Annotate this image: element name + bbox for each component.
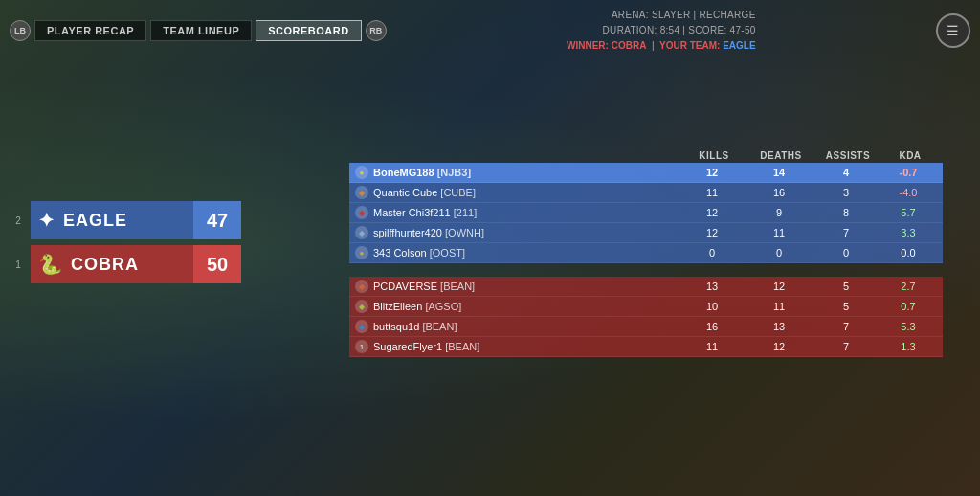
player-assists: 8: [813, 207, 880, 218]
player-assists: 7: [813, 341, 880, 352]
eagle-scoreboard-section: ● BoneMG188 [NJB3] 12 14 4 -0.7 ◆ Quanti…: [349, 163, 943, 263]
player-kills: 0: [679, 247, 746, 259]
rb-button[interactable]: RB: [366, 20, 387, 41]
team-panels: 2 ✦ EAGLE 47 1 🐍 COBRA 50: [10, 201, 241, 283]
player-gamertag: spilffhunter420 [OWNH]: [373, 227, 484, 238]
cobra-team-row: 1 🐍 COBRA 50: [10, 245, 241, 283]
lb-button[interactable]: LB: [10, 20, 31, 41]
player-icon: ●: [355, 246, 368, 259]
player-kda: -4.0: [880, 187, 937, 198]
player-kills: 12: [679, 207, 746, 218]
your-team-name: EAGLE: [723, 40, 755, 51]
winner-name: COBRA: [612, 40, 647, 51]
header-kills: KILLS: [680, 150, 747, 161]
cobra-score: 50: [193, 245, 241, 283]
player-gamertag: Quantic Cube [CUBE]: [373, 187, 476, 198]
eagle-player-row: ◆ Quantic Cube [CUBE] 11 16 3 -4.0: [349, 183, 943, 203]
player-deaths: 9: [746, 207, 813, 218]
top-navigation: LB PLAYER RECAP TEAM LINEUP SCOREBOARD R…: [0, 8, 980, 54]
player-assists: 0: [813, 247, 880, 259]
player-name: ◆ PCDAVERSE [BEAN]: [355, 280, 679, 293]
player-assists: 7: [813, 321, 880, 332]
player-name: ◆ BlitzEileen [AGSO]: [355, 300, 679, 313]
player-name: ● 343 Colson [OOST]: [355, 246, 679, 259]
eagle-team-name-box: ✦ EAGLE: [31, 201, 193, 239]
cobra-icon: 🐍: [38, 253, 63, 276]
player-icon: 1: [355, 340, 368, 353]
player-kills: 11: [679, 187, 746, 198]
player-assists: 7: [813, 227, 880, 238]
arena-info: ARENA: SLAYER | RECHARGE: [567, 8, 756, 23]
cobra-rank: 1: [10, 259, 27, 270]
player-gamertag: buttsqu1d [BEAN]: [373, 321, 457, 332]
player-kda: 0.7: [880, 301, 937, 312]
player-gamertag: Master Chi3f211 [211]: [373, 207, 477, 218]
player-name: ◆ Master Chi3f211 [211]: [355, 206, 679, 219]
player-name: 1 SugaredFlyer1 [BEAN]: [355, 340, 679, 353]
player-kda: 5.7: [880, 207, 937, 218]
player-icon: ●: [355, 166, 368, 179]
player-name: ◆ Quantic Cube [CUBE]: [355, 186, 679, 199]
cobra-team-name-box: 🐍 COBRA: [31, 245, 193, 283]
player-deaths: 11: [746, 227, 813, 238]
player-kda: 0.0: [880, 247, 937, 259]
cobra-player-row: ◆ PCDAVERSE [BEAN] 13 12 5 2.7: [349, 277, 943, 297]
player-kills: 16: [679, 321, 746, 332]
eagle-player-row: ● 343 Colson [OOST] 0 0 0 0.0: [349, 243, 943, 263]
player-kda: -0.7: [880, 167, 937, 178]
player-deaths: 16: [746, 187, 813, 198]
player-kills: 12: [679, 227, 746, 238]
scoreboard: KILLS DEATHS ASSISTS KDA ● BoneMG188 [NJ…: [349, 148, 943, 365]
nav-left: LB PLAYER RECAP TEAM LINEUP SCOREBOARD R…: [10, 20, 387, 41]
header-kda: KDA: [881, 150, 939, 161]
player-icon: ◆: [355, 186, 368, 199]
player-kills: 12: [679, 167, 746, 178]
eagle-player-row: ◆ spilffhunter420 [OWNH] 12 11 7 3.3: [349, 223, 943, 243]
cobra-scoreboard-section: ◆ PCDAVERSE [BEAN] 13 12 5 2.7 ◆ BlitzEi…: [349, 277, 943, 357]
eagle-player-row: ◆ Master Chi3f211 [211] 12 9 8 5.7: [349, 203, 943, 223]
player-gamertag: BlitzEileen [AGSO]: [373, 301, 461, 312]
duration-score: DURATION: 8:54 | SCORE: 47-50: [567, 23, 756, 38]
player-name: ◆ buttsqu1d [BEAN]: [355, 320, 679, 333]
player-deaths: 11: [746, 301, 813, 312]
player-icon: ◆: [355, 300, 368, 313]
tab-player-recap[interactable]: PLAYER RECAP: [34, 20, 146, 41]
player-deaths: 12: [746, 341, 813, 352]
player-kda: 3.3: [880, 227, 937, 238]
eagle-icon: ✦: [38, 209, 56, 232]
match-info: ARENA: SLAYER | RECHARGE DURATION: 8:54 …: [567, 8, 756, 54]
player-name: ◆ spilffhunter420 [OWNH]: [355, 226, 679, 239]
player-assists: 5: [813, 281, 880, 292]
eagle-score: 47: [193, 201, 241, 239]
player-deaths: 14: [746, 167, 813, 178]
header-player: [353, 150, 680, 161]
player-name: ● BoneMG188 [NJB3]: [355, 166, 679, 179]
player-kda: 1.3: [880, 341, 937, 352]
player-gamertag: 343 Colson [OOST]: [373, 247, 465, 259]
tab-scoreboard[interactable]: SCOREBOARD: [256, 20, 361, 41]
eagle-team-row: 2 ✦ EAGLE 47: [10, 201, 241, 239]
cobra-player-row: 1 SugaredFlyer1 [BEAN] 11 12 7 1.3: [349, 337, 943, 357]
player-icon: ◆: [355, 206, 368, 219]
player-gamertag: BoneMG188 [NJB3]: [373, 167, 471, 178]
player-kills: 10: [679, 301, 746, 312]
scoreboard-header: KILLS DEATHS ASSISTS KDA: [349, 148, 943, 163]
cobra-player-row: ◆ buttsqu1d [BEAN] 16 13 7 5.3: [349, 317, 943, 337]
player-icon: ◆: [355, 320, 368, 333]
tab-team-lineup[interactable]: TEAM LINEUP: [150, 20, 252, 41]
eagle-player-row: ● BoneMG188 [NJB3] 12 14 4 -0.7: [349, 163, 943, 183]
player-icon: ◆: [355, 280, 368, 293]
menu-button[interactable]: ☰: [936, 13, 970, 48]
player-gamertag: PCDAVERSE [BEAN]: [373, 281, 475, 292]
player-kills: 13: [679, 281, 746, 292]
player-deaths: 12: [746, 281, 813, 292]
cobra-player-row: ◆ BlitzEileen [AGSO] 10 11 5 0.7: [349, 297, 943, 317]
player-icon: ◆: [355, 226, 368, 239]
player-gamertag: SugaredFlyer1 [BEAN]: [373, 341, 479, 352]
player-kills: 11: [679, 341, 746, 352]
cobra-team-name: COBRA: [71, 255, 139, 275]
player-deaths: 13: [746, 321, 813, 332]
player-kda: 5.3: [880, 321, 937, 332]
eagle-rank: 2: [10, 215, 27, 226]
player-kda: 2.7: [880, 281, 937, 292]
